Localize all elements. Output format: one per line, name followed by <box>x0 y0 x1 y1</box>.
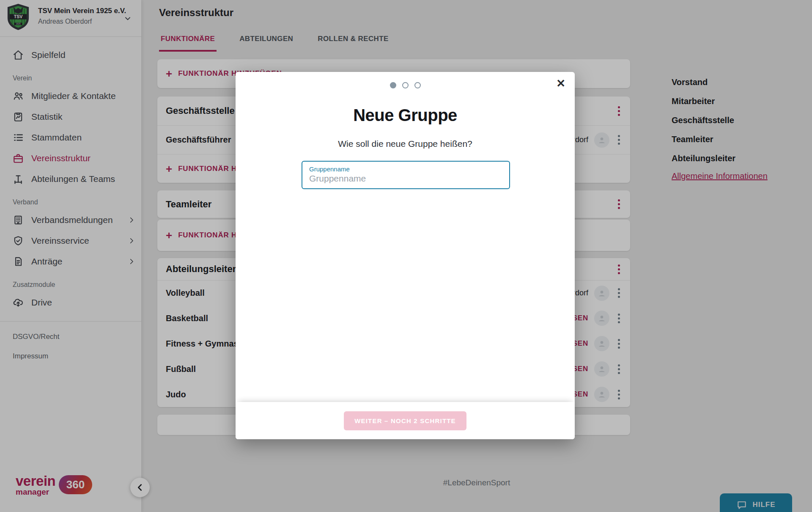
step-dot-3 <box>414 82 421 88</box>
close-icon[interactable]: ✕ <box>556 78 565 89</box>
step-dot-1-active <box>390 82 396 88</box>
modal-title: Neue Gruppe <box>236 106 575 125</box>
wizard-stepper <box>236 82 575 88</box>
group-name-label: Gruppenname <box>309 165 502 173</box>
new-group-modal: ✕ Neue Gruppe Wie soll die neue Gruppe h… <box>236 72 575 439</box>
modal-subtitle: Wie soll die neue Gruppe heißen? <box>236 139 575 149</box>
app-root: TSV 1925 TSV Mein Verein 1925 e.V. Andre… <box>0 0 812 512</box>
weiter-button[interactable]: WEITER – NOCH 2 SCHRITTE <box>344 411 466 430</box>
modal-footer: WEITER – NOCH 2 SCHRITTE <box>236 402 575 439</box>
group-name-input[interactable] <box>309 173 502 184</box>
group-name-field: Gruppenname <box>302 161 510 189</box>
step-dot-2 <box>402 82 409 88</box>
